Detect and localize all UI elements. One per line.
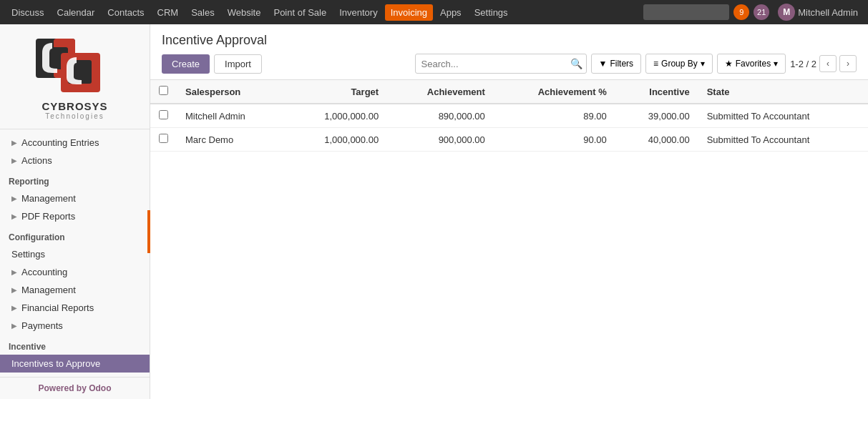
sidebar-item-accounting[interactable]: ▶ Accounting	[0, 263, 150, 281]
company-subtitle: Technologies	[45, 112, 104, 120]
sidebar-item-label: Accounting	[21, 267, 67, 277]
sidebar-item-label: Management	[21, 193, 76, 204]
chevron-icon: ▶	[11, 157, 17, 164]
notification-badge-orange[interactable]: 9	[733, 4, 749, 20]
sidebar-item-management[interactable]: ▶ Management	[0, 281, 150, 299]
cell-incentive: 40,000.00	[615, 128, 698, 152]
sidebar-item-actions[interactable]: ▶ Actions	[0, 152, 150, 169]
row-checkbox-cell	[150, 128, 177, 152]
sidebar-item-label: Accounting Entries	[21, 137, 99, 148]
groupby-icon: ≡	[653, 59, 658, 69]
sidebar-item-accounting-entries[interactable]: ▶ Accounting Entries	[0, 134, 150, 152]
search-button[interactable]: 🔍	[570, 58, 582, 69]
search-container: 🔍	[415, 54, 587, 74]
data-table-container: Salesperson Target Achievement Achieveme…	[150, 80, 868, 429]
groupby-label: Group By	[661, 59, 698, 69]
cell-target: 1,000,000.00	[286, 104, 387, 128]
favorites-label: Favorites	[736, 59, 771, 69]
nav-search-input[interactable]	[643, 4, 729, 20]
table-row: Mitchell Admin 1,000,000.00 890,000.00 8…	[150, 104, 868, 128]
col-state[interactable]: State	[698, 80, 868, 104]
cell-achievement: 900,000.00	[387, 128, 494, 152]
col-incentive[interactable]: Incentive	[615, 80, 698, 104]
nav-apps[interactable]: Apps	[434, 4, 467, 21]
col-achievement[interactable]: Achievement	[387, 80, 494, 104]
cell-achievement-pct: 90.00	[494, 128, 615, 152]
cell-achievement-pct: 89.00	[494, 104, 615, 128]
main-content: Incentive Approval Create Import 🔍 ▼ Fil…	[150, 24, 868, 429]
col-achievement-pct[interactable]: Achievement %	[494, 80, 615, 104]
sidebar-item-label: Incentives to Approve	[11, 358, 100, 369]
pagination-prev[interactable]: ‹	[819, 55, 837, 72]
sidebar-item-financial-reports[interactable]: ▶ Financial Reports	[0, 299, 150, 317]
sidebar-item-label: Actions	[21, 155, 52, 166]
page-title: Incentive Approval	[162, 33, 857, 48]
cell-state: Submitted To Accountant	[698, 104, 868, 128]
sidebar-item-management-reporting[interactable]: ▶ Management	[0, 189, 150, 207]
top-navigation: Discuss Calendar Contacts CRM Sales Webs…	[0, 0, 868, 24]
star-icon: ★	[725, 59, 733, 69]
table-row: Marc Demo 1,000,000.00 900,000.00 90.00 …	[150, 128, 868, 152]
nav-contacts[interactable]: Contacts	[102, 4, 150, 21]
sidebar-item-pdf-reports[interactable]: ▶ PDF Reports	[0, 207, 150, 225]
sidebar-active-marker	[147, 210, 150, 253]
avatar: M	[778, 4, 795, 21]
powered-brand: Odoo	[89, 383, 111, 393]
col-salesperson[interactable]: Salesperson	[177, 80, 286, 104]
sidebar-section-incentive: Incentive	[0, 335, 150, 355]
nav-settings[interactable]: Settings	[469, 4, 514, 21]
toolbar-right: 🔍 ▼ Filters ≡ Group By ▾ ★ Favorites	[415, 54, 857, 74]
filters-button[interactable]: ▼ Filters	[591, 54, 642, 74]
sidebar-section-reporting: Reporting	[0, 169, 150, 189]
powered-by: Powered by Odoo	[0, 377, 150, 399]
pagination: 1-2 / 2 ‹ ›	[790, 55, 857, 72]
notification-badge-purple[interactable]: 21	[754, 4, 769, 20]
row-checkbox-cell	[150, 104, 177, 128]
nav-invoicing[interactable]: Invoicing	[385, 4, 433, 21]
company-name: CYBROSYS	[42, 100, 107, 112]
cell-incentive: 39,000.00	[615, 104, 698, 128]
chevron-down-icon: ▾	[701, 59, 705, 69]
sidebar-item-settings[interactable]: Settings	[0, 245, 150, 263]
sidebar: CYBROSYS Technologies ▶ Accounting Entri…	[0, 24, 150, 399]
sidebar-item-incentives-to-approve[interactable]: Incentives to Approve	[0, 355, 150, 373]
sidebar-item-payments[interactable]: ▶ Payments	[0, 317, 150, 335]
chevron-icon: ▶	[11, 212, 17, 220]
select-all-checkbox[interactable]	[159, 86, 168, 95]
chevron-icon: ▶	[11, 304, 17, 312]
row-checkbox[interactable]	[159, 110, 168, 119]
nav-calendar[interactable]: Calendar	[52, 4, 101, 21]
main-layout: CYBROSYS Technologies ▶ Accounting Entri…	[0, 24, 868, 429]
user-name: Mitchell Admin	[798, 7, 858, 18]
logo-image	[32, 33, 118, 97]
toolbar: Create Import 🔍 ▼ Filters ≡ Group By	[162, 54, 857, 74]
sidebar-menu: ▶ Accounting Entries ▶ Actions Reporting…	[0, 129, 150, 377]
sidebar-item-label: Management	[21, 285, 76, 295]
import-button[interactable]: Import	[214, 54, 262, 74]
select-all-header	[150, 80, 177, 104]
user-menu[interactable]: M Mitchell Admin	[774, 1, 862, 24]
col-target[interactable]: Target	[286, 80, 387, 104]
search-input[interactable]	[415, 54, 587, 74]
cell-salesperson: Mitchell Admin	[177, 104, 286, 128]
cell-target: 1,000,000.00	[286, 128, 387, 152]
cell-achievement: 890,000.00	[387, 104, 494, 128]
nav-point-of-sale[interactable]: Point of Sale	[268, 4, 332, 21]
nav-website[interactable]: Website	[222, 4, 267, 21]
chevron-icon: ▶	[11, 322, 17, 330]
row-checkbox[interactable]	[159, 134, 168, 143]
content-header: Incentive Approval Create Import 🔍 ▼ Fil…	[150, 24, 868, 80]
nav-sales[interactable]: Sales	[185, 4, 220, 21]
create-button[interactable]: Create	[162, 54, 210, 74]
pagination-next[interactable]: ›	[839, 55, 857, 72]
toolbar-left: Create Import	[162, 54, 262, 74]
top-nav-right: 9 21 M Mitchell Admin	[643, 1, 862, 24]
chevron-icon: ▶	[11, 139, 17, 147]
nav-crm[interactable]: CRM	[152, 4, 185, 21]
groupby-button[interactable]: ≡ Group By ▾	[645, 54, 713, 74]
sidebar-item-label: PDF Reports	[21, 211, 75, 222]
nav-discuss[interactable]: Discuss	[6, 4, 50, 21]
pagination-text: 1-2 / 2	[790, 59, 816, 69]
favorites-button[interactable]: ★ Favorites ▾	[717, 54, 786, 74]
nav-inventory[interactable]: Inventory	[333, 4, 383, 21]
